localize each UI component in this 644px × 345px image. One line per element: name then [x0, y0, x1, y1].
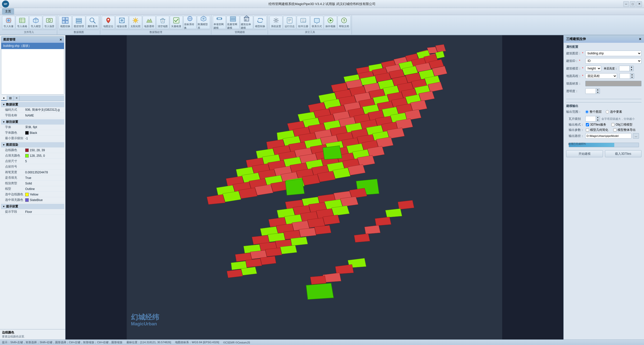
- format-3dtiles[interactable]: 3DTiles服务: [586, 123, 606, 127]
- section-data-header[interactable]: ▼ 数据设置: [1, 102, 64, 107]
- section-data-arrow: ▼: [3, 103, 5, 106]
- tab-properties[interactable]: ●: [1, 96, 7, 101]
- layer-panel-close[interactable]: ✕: [59, 38, 62, 42]
- floor-height-input[interactable]: 1.0: [619, 66, 629, 71]
- locate-icon: [104, 17, 112, 24]
- toolbar-coord-transform[interactable]: 坐标系转换: [183, 16, 196, 29]
- toolbar-attr-query[interactable]: 属性查询: [86, 16, 99, 29]
- param-export[interactable]: 模型整体导出: [613, 128, 636, 132]
- section-annotation-header[interactable]: ▼ 标注设置: [1, 119, 64, 125]
- format-obj[interactable]: Obj三维模型: [611, 123, 632, 127]
- toolbar-import-scene[interactable]: 导入场景: [43, 16, 56, 29]
- transparency-up[interactable]: ▲: [596, 88, 600, 91]
- toolbar-layer-mgmt[interactable]: 图层管理: [72, 16, 85, 29]
- progress-container-wrap: 处理已完成65%: [566, 142, 641, 148]
- section-hint-header[interactable]: ▼ 提示设置: [1, 204, 64, 209]
- close-button[interactable]: ✕: [636, 1, 642, 7]
- prop-line-style: 线划类型 Solid: [1, 181, 64, 186]
- toolbar-zoom-all[interactable]: 缩放全图: [115, 16, 128, 29]
- properties-tabs: ● ▤ ≡: [1, 96, 64, 101]
- action-buttons: 开始建模 载入3DTiles: [566, 150, 641, 157]
- tab-list[interactable]: ≡: [14, 96, 20, 101]
- toolbar-import-table[interactable]: 导入表格: [16, 16, 29, 29]
- maximize-button[interactable]: □: [630, 1, 635, 7]
- toolbar-terrain-transparent[interactable]: 地形透明: [143, 16, 156, 29]
- batch-pipeline-icon: [229, 15, 237, 22]
- map-area[interactable]: 幻城经纬 MagicUrban: [65, 35, 563, 339]
- param-simplify[interactable]: 模型几何简化: [586, 128, 608, 132]
- toolbar-single-pipeline[interactable]: 单项管网建模: [213, 16, 226, 29]
- transparency-row: 透明度： 1.0 ▲ ▼: [566, 88, 641, 94]
- toolbar-import-vector[interactable]: 导入矢量: [2, 16, 15, 29]
- menu-home[interactable]: 主页: [2, 8, 14, 15]
- view-switch-label: 视图切换: [60, 25, 70, 28]
- edge-color-title: 边线颜色: [2, 330, 63, 335]
- tile-level-input[interactable]: 16: [586, 116, 596, 121]
- section-rendering-header[interactable]: ▼ 图层渲染: [1, 142, 64, 147]
- toolbar-group-file-label: 文件导入: [2, 30, 56, 34]
- statusbar-coord-sys: 地图坐标系：WGS 84 [EPSG:4326]: [175, 340, 219, 344]
- ground-elev-up[interactable]: ▲: [630, 73, 634, 76]
- scope-whole-layer[interactable]: 整个图层: [585, 110, 602, 114]
- right-panel-close[interactable]: ✕: [639, 37, 641, 41]
- toolbar-sun-light[interactable]: 太阳光照: [129, 16, 142, 29]
- toolbar-model-convert[interactable]: 模型转换: [254, 16, 267, 29]
- toolbar-view-switch[interactable]: 视图切换: [59, 16, 72, 29]
- tile-up[interactable]: ▲: [596, 116, 600, 119]
- fill-color-swatch: [25, 154, 29, 158]
- toolbar-attach-model[interactable]: 附属模型库: [197, 16, 210, 29]
- wall-material-picker[interactable]: [585, 81, 641, 86]
- path-input[interactable]: [585, 133, 631, 139]
- toolbar-import-model[interactable]: 导入模型: [29, 16, 42, 29]
- transparency-input[interactable]: 1.0: [586, 89, 596, 94]
- floor-height-down[interactable]: ▼: [630, 68, 633, 71]
- toolbar-batch-pipeline[interactable]: 批量管网建模: [226, 16, 240, 29]
- toolbar-locate-map[interactable]: 地图定位: [102, 16, 115, 29]
- tile-level-row: 瓦片级别 16 ▲ ▼ 金字塔层级越大，分块越小: [569, 116, 639, 122]
- toolbar-video[interactable]: 操作视频: [324, 16, 337, 29]
- property-config-title: 属性配置: [566, 45, 641, 49]
- floor-height-up[interactable]: ▲: [630, 66, 633, 68]
- layer-panel-title: 图层管理: [3, 37, 15, 42]
- right-panel-title: 三维建筑拉伸: [566, 37, 586, 41]
- layer-item-building[interactable]: building.shp（面状）: [1, 43, 64, 49]
- prop-point-size: 点状尺寸 5: [1, 159, 64, 164]
- model-convert-label: 模型转换: [255, 25, 265, 28]
- ground-elev-input[interactable]: 0.0: [620, 73, 630, 79]
- toolbar-run-log[interactable]: 运行日志: [283, 16, 296, 29]
- vector-check-icon: [172, 17, 180, 24]
- load-3dtiles-button[interactable]: 载入3DTiles: [605, 150, 642, 157]
- building-floors-select[interactable]: height: [585, 66, 601, 71]
- scope-selected[interactable]: 选中要素: [606, 110, 622, 114]
- tile-down[interactable]: ▼: [596, 119, 600, 122]
- building-layer-select[interactable]: building.shp: [585, 51, 641, 56]
- start-build-button[interactable]: 开始建模: [566, 150, 603, 157]
- toolbar-settings[interactable]: 系统设置: [269, 16, 283, 29]
- app-title: 经纬管网建模系统MagicPipe3D V3.4.2 试用版 武汉幻城经纬科技有…: [268, 2, 376, 6]
- toolbar-contact[interactable]: 联系方式: [310, 16, 323, 29]
- layer-management-panel: 图层管理 ✕ building.shp（面状）: [1, 36, 64, 95]
- zoom-all-icon: [118, 17, 126, 24]
- toolbar-clear-map[interactable]: 清空地图: [156, 16, 169, 29]
- toolbar-vector-check[interactable]: 矢量检查: [170, 16, 183, 29]
- transparency-down[interactable]: ▼: [596, 91, 600, 94]
- toolbar-register[interactable]: REG 软件注册: [297, 16, 310, 29]
- format-row: 输出格式： 3DTiles服务 Obj三维模型: [569, 123, 639, 127]
- ground-elev-label: 地面高程： *: [566, 74, 584, 78]
- ground-elev-type-select[interactable]: 固定高程: [585, 73, 617, 79]
- ground-elev-row: 地面高程： * 固定高程 0.0 ▲ ▼: [566, 73, 641, 79]
- svg-rect-46: [247, 19, 248, 20]
- tab-table[interactable]: ▤: [7, 96, 14, 101]
- help-icon: ?: [340, 17, 348, 24]
- svg-marker-237: [315, 225, 331, 234]
- building-id-select[interactable]: ID: [585, 58, 641, 64]
- layer-list: building.shp（面状）: [1, 43, 64, 49]
- contact-label: 联系方式: [312, 25, 322, 28]
- path-browse-button[interactable]: ...: [633, 133, 639, 139]
- toolbar-building-model[interactable]: 建筑拉伸建模: [240, 16, 253, 29]
- ground-elev-down[interactable]: ▼: [630, 76, 634, 79]
- minimize-button[interactable]: ─: [623, 1, 629, 7]
- prop-sel-edge-color: 选中边线颜色 Yellow: [1, 192, 64, 197]
- coord-icon: [186, 15, 194, 22]
- toolbar-help[interactable]: ? 帮助文档: [337, 16, 351, 29]
